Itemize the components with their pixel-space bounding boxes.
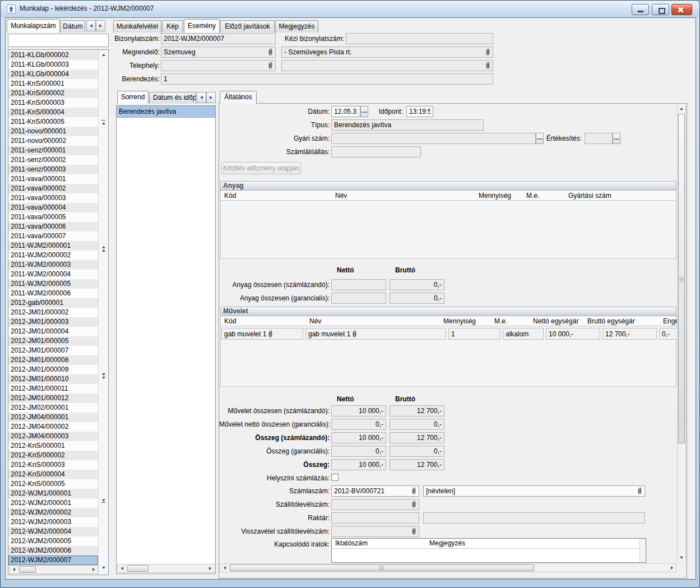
list-item[interactable]: 2011-vava/000005 (8, 212, 98, 222)
list-item[interactable]: 2012-WJM2/000001 (8, 498, 98, 508)
gyari-szam-picker-button[interactable]: … (536, 133, 544, 144)
list-item[interactable]: 2012-WJM2/000007 (8, 555, 98, 565)
list-item[interactable]: 2012-JM01/000009 (8, 365, 98, 374)
raktar-name-field[interactable] (423, 512, 645, 524)
list-item[interactable]: 2011-WJM2/000002 (8, 251, 98, 260)
list-item[interactable]: 2011-vava/000003 (8, 193, 98, 203)
helyszini-szamlazas-checkbox[interactable] (331, 474, 339, 481)
list-item[interactable]: 2012-KnS/000004 (8, 470, 98, 479)
list-item[interactable]: 2011-KnS/000004 (8, 108, 98, 117)
list-item[interactable]: 2012-JM01/000008 (8, 355, 98, 365)
list-item[interactable]: 2011-WJM2/000001 (8, 241, 98, 251)
berendezes-field[interactable]: 1 (161, 73, 493, 85)
list-item[interactable]: 2012-JM01/000002 (8, 308, 98, 317)
list-item[interactable]: 2012-JM01/000012 (8, 393, 98, 403)
list-item[interactable]: 2012-KnS/000005 (8, 479, 98, 489)
list-item[interactable]: 2011-senz/000001 (8, 146, 98, 155)
muvelet-cell-mennyiseg[interactable]: 1 (448, 328, 500, 340)
detail-vscroll-thumb[interactable] (678, 114, 685, 443)
list-item[interactable]: 2012-WJM2/000004 (8, 527, 98, 536)
tab-esemeny[interactable]: Esemény (184, 19, 220, 33)
ertekesites-field[interactable] (585, 133, 613, 144)
worklist-hscrollbar[interactable] (9, 565, 98, 574)
list-item[interactable]: 2012-JM04/000001 (8, 413, 98, 422)
list-item[interactable]: 2011-vava/000001 (8, 174, 98, 184)
event-list-hscrollbar[interactable] (117, 564, 215, 573)
scroll-left-icon[interactable] (118, 564, 126, 572)
muvelet-cell-kod[interactable]: gab muvelet 1 (221, 328, 303, 340)
event-tab-scroll-right[interactable] (206, 92, 216, 103)
tab-munkafelvetel[interactable]: Munkafelvétel (113, 20, 161, 33)
scroll-left-icon[interactable] (10, 566, 18, 573)
list-item[interactable]: 2012-gab/000001 (8, 298, 98, 308)
title-bar[interactable]: Munkalap - lekérdezés - 2012-WJM2/000007 (1, 1, 699, 17)
szamlaszam-field[interactable]: 2012-BV/000721 (331, 485, 419, 497)
muvelet-cell-brutto-egysegar[interactable]: 12 700,- (602, 328, 657, 340)
minimize-button[interactable] (632, 4, 649, 15)
list-item[interactable]: 2011-senz/000003 (8, 165, 98, 174)
detail-hscrollbar[interactable] (220, 563, 676, 572)
list-item[interactable]: 2012-JM04/000003 (8, 432, 98, 441)
detail-hscroll-thumb[interactable] (230, 564, 534, 571)
list-item[interactable]: 2011-novo/000002 (8, 136, 98, 146)
scroll-left-icon[interactable] (220, 564, 229, 572)
tab-megjegyzes[interactable]: Megjegyzés (275, 20, 318, 33)
muvelet-cell-netto-egysegar[interactable]: 10 000,- (546, 328, 600, 340)
list-item[interactable]: 2011-vava/000004 (8, 203, 98, 212)
list-item[interactable]: 2011-vava/000002 (8, 184, 98, 193)
list-item[interactable]: 2012-KnS/000003 (8, 460, 98, 470)
event-list-item[interactable]: Berendezés javítva (117, 106, 215, 118)
scroll-to-bottom-icon[interactable] (99, 498, 108, 503)
list-item[interactable]: 2012-JM01/000004 (8, 327, 98, 336)
list-item[interactable]: 2012-JM01/000005 (8, 336, 98, 346)
maximize-button[interactable] (652, 4, 669, 15)
tab-kep[interactable]: Kép (162, 20, 183, 33)
szamlaszam-name-field[interactable]: [névtelen] (423, 485, 645, 497)
tipus-field[interactable]: Berendezés javítva (331, 119, 484, 131)
scroll-page-up-icon[interactable] (99, 245, 108, 252)
list-item[interactable]: 2011-KnS/000005 (8, 117, 98, 127)
close-button[interactable] (671, 4, 692, 15)
megrendelo-name-field[interactable]: - Szemüveges Pista rt. (281, 47, 493, 58)
list-item[interactable]: 2011-WJM2/000003 (8, 260, 98, 270)
anyag-grid-body[interactable] (220, 201, 676, 259)
muvelet-cell-engedmeny[interactable]: 0,- (659, 328, 677, 340)
event-tab-scroll-left[interactable] (197, 92, 206, 103)
ertekesites-picker-button[interactable]: … (613, 133, 620, 144)
list-item[interactable]: 2011-WJM2/000006 (8, 289, 98, 298)
list-item[interactable]: 2012-WJM2/000006 (8, 546, 98, 555)
scroll-down-icon[interactable] (678, 554, 685, 562)
list-item[interactable]: 2012-WJM2/000005 (8, 536, 98, 546)
telephely-name-field[interactable] (281, 60, 493, 71)
visszavetel-field[interactable] (331, 526, 419, 537)
list-item[interactable]: 2011-vava/000007 (8, 232, 98, 241)
list-item[interactable]: 2012-KnS/000002 (8, 451, 98, 460)
scroll-down-icon[interactable] (99, 566, 108, 569)
detail-tab-altalanos[interactable]: Általános (220, 91, 257, 104)
event-list-hscroll-thumb[interactable] (127, 565, 149, 572)
scroll-right-icon[interactable] (89, 566, 98, 573)
muvelet-cell-me[interactable]: alkalom (503, 328, 544, 340)
megrendelo-code-field[interactable]: Szemuveg (161, 47, 276, 58)
list-item[interactable]: 2012-WJM2/000003 (8, 517, 98, 527)
sidebar-tab-scroll-left[interactable] (86, 20, 96, 31)
list-item[interactable]: 2011-KnS/000003 (8, 98, 98, 108)
event-tab-sorrend[interactable]: Sorrend (117, 91, 149, 104)
list-item[interactable]: 2011-novo/000001 (8, 127, 98, 136)
scroll-right-icon[interactable] (206, 564, 214, 572)
sidebar-tab-scroll-right[interactable] (96, 20, 105, 31)
list-item[interactable]: 2012-WJM1/000001 (8, 489, 98, 498)
list-item[interactable]: 2011-senz/000002 (8, 155, 98, 165)
raktar-code-field[interactable] (331, 512, 419, 524)
list-item[interactable]: 2011-WJM2/000005 (8, 279, 98, 289)
list-item[interactable]: 2012-KnS/000001 (8, 441, 98, 451)
tab-elozo-javitasok[interactable]: Előző javítások (220, 20, 275, 33)
szallitolevelszam-field[interactable] (331, 499, 419, 510)
gyari-szam-field[interactable] (331, 133, 536, 144)
kapcsolodo-iratok-table[interactable]: Iktatószám Megjegyzés (331, 538, 646, 563)
telephely-code-field[interactable] (161, 60, 276, 71)
list-item[interactable]: 2012-JM04/000002 (8, 422, 98, 432)
list-item[interactable]: 2012-JM02/000001 (8, 403, 98, 413)
list-item[interactable]: 2011-WJM2/000004 (8, 270, 98, 279)
list-item[interactable]: 2012-WJM2/000002 (8, 508, 98, 517)
